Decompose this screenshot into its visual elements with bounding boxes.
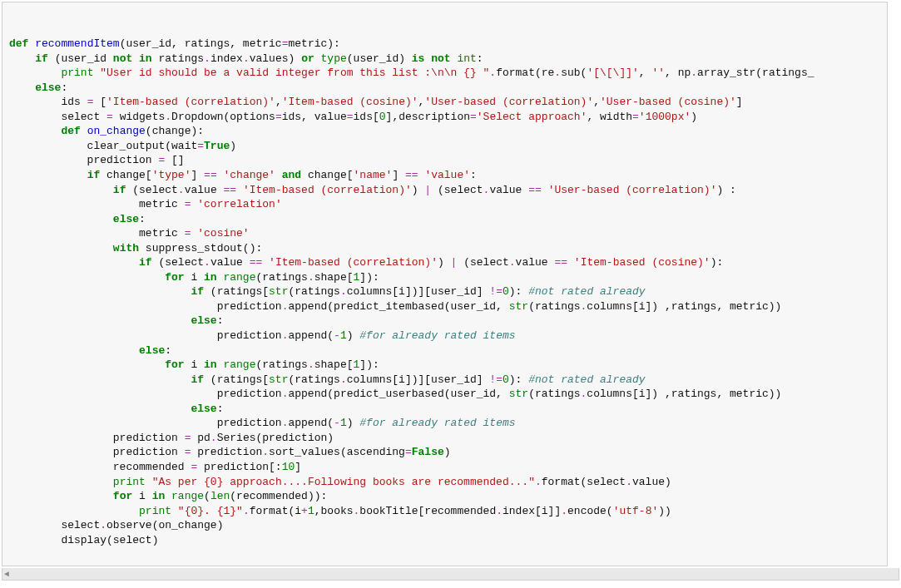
token-str: 'Item-based (cosine)' — [574, 256, 710, 269]
token-kflow: if — [113, 184, 126, 196]
token-plain: (ratings[ — [204, 285, 269, 298]
token-plain — [9, 285, 191, 298]
code-line: if (user_id not in ratings.index.values)… — [9, 52, 880, 67]
code-line: metric = 'cosine' — [9, 226, 880, 241]
token-op: == — [528, 184, 542, 196]
code-line: prediction = pd.Series(prediction) — [9, 431, 880, 446]
token-builtin: str — [509, 388, 528, 400]
token-plain: metric — [9, 198, 185, 210]
token-plain — [275, 169, 282, 181]
token-plain: prediction — [9, 388, 282, 400]
token-plain: sub( — [561, 67, 587, 79]
token-plain: index[i]] — [502, 505, 561, 517]
token-plain: clear_output(wait — [9, 140, 197, 152]
token-kprint: print — [61, 67, 93, 79]
token-builtin: int — [457, 52, 476, 65]
token-plain: Series(prediction) — [217, 432, 334, 444]
code-line: metric = 'correlation' — [9, 197, 880, 212]
token-plain — [262, 256, 269, 269]
token-plain: : — [139, 213, 146, 225]
token-plain: columns[i])][user_id] — [347, 285, 490, 298]
token-plain: ] — [191, 169, 204, 181]
token-plain: , — [593, 96, 600, 108]
code-line: if (ratings[str(ratings.columns[i])][use… — [9, 373, 880, 388]
token-kconst: False — [412, 446, 444, 458]
token-plain — [9, 169, 87, 181]
token-op: | — [424, 184, 431, 196]
token-plain: shape[ — [314, 358, 354, 371]
code-line: def recommendItem(user_id, ratings, metr… — [9, 37, 880, 52]
code-line: if (select.value == 'Item-based (correla… — [9, 255, 880, 270]
code-line: for i in range(len(recommended)): — [9, 489, 880, 504]
token-kconst: True — [204, 140, 230, 152]
token-plain: ) : — [716, 184, 735, 196]
token-plain: [] — [165, 154, 184, 166]
token-fname: recommendItem — [35, 37, 119, 50]
token-plain — [9, 184, 113, 196]
token-comment: #not rated already — [528, 285, 645, 298]
code-line: if change['type'] == 'change' and change… — [9, 168, 880, 183]
code-line: clear_output(wait=True) — [9, 139, 880, 154]
token-op: . — [210, 432, 217, 444]
token-kflow: for — [165, 271, 184, 284]
token-op: != — [489, 373, 502, 386]
token-plain: append(predict_itembased(user_id, — [288, 300, 508, 313]
token-plain: (recommended)): — [230, 490, 327, 502]
token-str: 'cosine' — [197, 227, 249, 240]
code-line: select.observe(on_change) — [9, 518, 880, 533]
token-plain — [9, 358, 165, 371]
token-str: 'Item-based (correlation)' — [269, 256, 438, 269]
token-plain: value — [489, 184, 528, 196]
token-num: 10 — [282, 461, 295, 473]
code-line: if (ratings[str(ratings.columns[i])][use… — [9, 284, 880, 299]
scroll-left-arrow[interactable]: ◄ — [4, 569, 9, 581]
token-op: == — [554, 256, 567, 269]
token-op: . — [262, 446, 269, 458]
token-str: "As per {0} approach....Following books … — [152, 476, 535, 488]
token-plain: (ratings — [528, 388, 580, 400]
token-op: = — [632, 111, 639, 123]
token-plain: append(predict_userbased(user_id, — [288, 388, 508, 400]
token-plain: ): — [509, 285, 528, 298]
token-op: . — [509, 256, 516, 269]
token-plain: recommended — [9, 461, 191, 473]
token-op: . — [204, 256, 210, 269]
token-plain — [9, 242, 113, 254]
token-str: 'correlation' — [197, 198, 281, 210]
token-builtin: str — [509, 300, 528, 313]
code-line: prediction.append(-1) #for already rated… — [9, 416, 880, 431]
token-num: 1 — [340, 329, 347, 342]
token-plain: prediction — [9, 329, 282, 342]
token-op: = — [282, 37, 289, 50]
horizontal-scrollbar[interactable]: ◄ — [2, 568, 899, 581]
token-op: . — [535, 476, 542, 488]
token-plain: shape[ — [314, 271, 354, 284]
token-op: == — [223, 184, 236, 196]
token-plain: (select — [431, 184, 483, 196]
token-plain: ] — [295, 461, 301, 473]
code-line: select = widgets.Dropdown(options=ids, v… — [9, 110, 880, 125]
token-plain: columns[i]) ,ratings, metric)) — [587, 300, 781, 313]
token-kflow: in — [204, 358, 217, 371]
token-kflow: else — [35, 82, 61, 94]
token-kflow: or — [301, 52, 314, 65]
token-comment: #not rated already — [528, 373, 645, 386]
token-plain — [171, 505, 178, 517]
token-plain: encode( — [567, 505, 613, 517]
token-op: . — [340, 373, 347, 386]
token-plain — [9, 314, 191, 327]
token-kflow: if — [139, 256, 152, 269]
token-str: '1000px' — [639, 111, 691, 123]
token-str: 'Item-based (correlation)' — [243, 184, 412, 196]
code-line: else: — [9, 212, 880, 227]
token-op: = — [275, 111, 282, 123]
token-num: 0 — [379, 111, 386, 123]
token-plain: display(select) — [9, 534, 158, 546]
token-op: . — [178, 184, 185, 196]
token-plain: ] — [736, 96, 743, 108]
token-plain: value — [516, 256, 555, 269]
token-str: 'Item-based (cosine)' — [282, 96, 418, 108]
token-plain: array_str(ratings_ — [697, 67, 814, 79]
token-plain: ): — [509, 373, 528, 386]
token-builtin: range — [171, 490, 204, 502]
